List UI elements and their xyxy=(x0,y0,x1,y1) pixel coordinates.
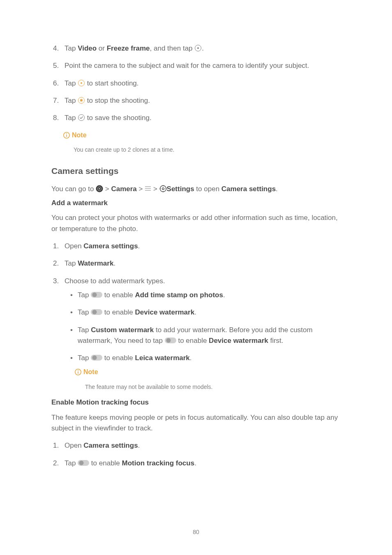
top-steps-list: 4. Tap Video or Freeze frame, and then t… xyxy=(51,43,341,124)
step-8: 8. Tap to save the shooting. xyxy=(63,113,341,123)
step-number: 2. xyxy=(53,258,59,269)
record-start-icon xyxy=(78,79,85,87)
motion-steps: 1. Open Camera settings. 2. Tap to enabl… xyxy=(51,440,341,469)
step-number: 2. xyxy=(53,458,59,469)
step-number: 6. xyxy=(53,78,59,89)
note-header: Note xyxy=(63,130,87,141)
shutter-dot-icon xyxy=(194,44,202,52)
step-6: 6. Tap to start shooting. xyxy=(63,78,341,89)
menu-lines-icon xyxy=(145,185,151,192)
toggle-off-icon xyxy=(165,337,176,344)
info-icon xyxy=(63,132,70,139)
wm-bullet-device: Tap to enable Device watermark. xyxy=(78,307,341,318)
save-check-icon xyxy=(78,114,85,121)
wm-step-2: 2. Tap Watermark. xyxy=(63,258,341,269)
note-header: Note xyxy=(74,367,98,377)
heading-motion-tracking: Enable Motion tracking focus xyxy=(51,397,341,408)
record-stop-icon xyxy=(78,97,85,104)
gear-icon xyxy=(159,185,167,192)
watermark-types-list: Tap to enable Add time stamp on photos. … xyxy=(65,290,341,364)
step-number: 5. xyxy=(53,60,59,71)
wm-step-1: 1. Open Camera settings. xyxy=(63,241,341,252)
note-clones: Note You can create up to 2 clones at a … xyxy=(51,130,341,155)
toggle-off-icon xyxy=(91,354,102,361)
heading-camera-settings: Camera settings xyxy=(51,164,341,178)
wm-bullet-custom: Tap Custom watermark to add your waterma… xyxy=(78,325,341,347)
info-icon xyxy=(74,368,82,376)
step-number: 1. xyxy=(53,241,59,252)
toggle-off-icon xyxy=(91,291,102,298)
camera-app-icon xyxy=(96,185,103,192)
toggle-off-icon xyxy=(91,308,102,316)
watermark-steps: 1. Open Camera settings. 2. Tap Watermar… xyxy=(51,241,341,391)
watermark-intro: You can protect your photos with waterma… xyxy=(51,213,341,234)
step-number: 7. xyxy=(53,95,59,106)
step-number: 1. xyxy=(53,440,59,451)
note-text: You can create up to 2 clones at a time. xyxy=(74,146,341,155)
motion-step-1: 1. Open Camera settings. xyxy=(63,440,341,451)
toggle-off-icon xyxy=(78,459,89,467)
step-number: 8. xyxy=(53,113,59,123)
step-5: 5. Point the camera to the subject and w… xyxy=(63,60,341,71)
wm-bullet-leica: Tap to enable Leica watermark. xyxy=(78,353,341,363)
heading-watermark: Add a watermark xyxy=(51,198,341,208)
note-text: The feature may not be available to some… xyxy=(85,383,341,392)
step-7: 7. Tap to stop the shooting. xyxy=(63,95,341,106)
step-number: 4. xyxy=(53,43,59,54)
wm-bullet-timestamp: Tap to enable Add time stamp on photos. xyxy=(78,290,341,301)
motion-step-2: 2. Tap to enable Motion tracking focus. xyxy=(63,458,341,469)
step-4: 4. Tap Video or Freeze frame, and then t… xyxy=(63,43,341,54)
settings-path: You can go to > Camera > > Settings to o… xyxy=(51,184,341,194)
wm-step-3: 3. Choose to add watermark types. Tap to… xyxy=(63,276,341,391)
page-number: 80 xyxy=(0,528,392,537)
note-leica: Note The feature may not be available to… xyxy=(65,367,341,391)
step-number: 3. xyxy=(53,276,59,287)
motion-intro: The feature keeps moving people or pets … xyxy=(51,412,341,434)
